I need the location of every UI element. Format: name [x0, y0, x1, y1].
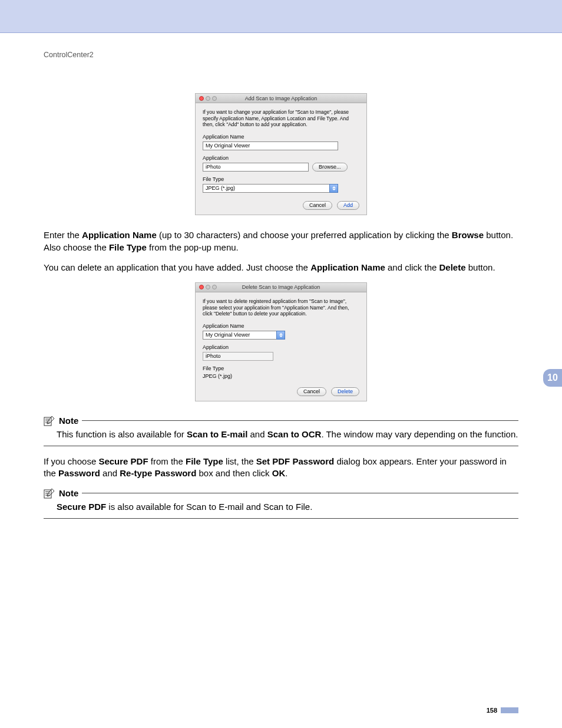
note-label: Note — [59, 416, 78, 426]
note-2-body: Secure PDF is also available for Scan to… — [44, 501, 518, 513]
page-footer: 158 — [0, 707, 562, 714]
appname-input[interactable] — [203, 141, 338, 150]
filetype-value: JPEG (*.jpg) — [203, 184, 338, 193]
appname-select[interactable]: My Original Viewer — [203, 331, 285, 340]
note-end-rule — [44, 446, 518, 446]
application-input[interactable] — [203, 163, 309, 172]
note-label: Note — [59, 488, 78, 498]
add-button[interactable]: Add — [337, 201, 359, 210]
minimize-icon — [206, 285, 210, 289]
note-end-rule — [44, 518, 518, 519]
breadcrumb: ControlCenter2 — [44, 51, 518, 59]
note-rule — [82, 493, 518, 493]
minimize-icon — [206, 96, 210, 101]
note-icon — [44, 416, 55, 426]
delete-button[interactable]: Delete — [331, 387, 359, 396]
add-dialog: Add Scan to Image Application If you wan… — [195, 93, 367, 215]
add-dialog-title: Add Scan to Image Application — [196, 95, 366, 101]
chapter-tab: 10 — [543, 369, 562, 387]
note-1-body: This function is also available for Scan… — [44, 429, 518, 441]
zoom-icon — [212, 285, 217, 289]
application-label: Application — [203, 155, 359, 161]
browse-button[interactable]: Browse... — [312, 163, 348, 172]
chevron-down-icon — [276, 331, 285, 340]
filetype-readonly: JPEG (*.jpg) — [203, 373, 359, 379]
appname-label: Application Name — [203, 134, 359, 140]
delete-dialog-description: If you want to delete registered applica… — [203, 298, 359, 317]
filetype-label: File Type — [203, 365, 359, 371]
delete-dialog-titlebar: Delete Scan to Image Application — [196, 283, 366, 292]
note-block-2: Note Secure PDF is also available for Sc… — [44, 488, 518, 519]
filetype-label: File Type — [203, 176, 359, 182]
paragraph-3: If you choose Secure PDF from the File T… — [44, 456, 518, 480]
cancel-button[interactable]: Cancel — [297, 387, 326, 396]
application-readonly — [203, 352, 273, 361]
page-number-bar — [501, 707, 518, 713]
paragraph-2: You can delete an application that you h… — [44, 262, 518, 274]
appname-value: My Original Viewer — [203, 331, 285, 340]
application-label: Application — [203, 344, 359, 350]
add-dialog-description: If you want to change your application f… — [203, 109, 359, 128]
filetype-select[interactable]: JPEG (*.jpg) — [203, 184, 338, 193]
delete-dialog-title: Delete Scan to Image Application — [196, 284, 366, 290]
zoom-icon — [212, 96, 217, 101]
appname-label: Application Name — [203, 323, 359, 329]
note-icon — [44, 488, 55, 499]
delete-dialog: Delete Scan to Image Application If you … — [195, 282, 367, 401]
paragraph-1: Enter the Application Name (up to 30 cha… — [44, 229, 518, 253]
close-icon[interactable] — [199, 285, 204, 289]
chevron-down-icon — [329, 184, 338, 193]
close-icon[interactable] — [199, 96, 204, 101]
note-block-1: Note This function is also available for… — [44, 416, 518, 446]
add-dialog-titlebar: Add Scan to Image Application — [196, 94, 366, 103]
top-header-bar — [0, 0, 562, 33]
page-number: 158 — [487, 707, 497, 714]
cancel-button[interactable]: Cancel — [303, 201, 332, 210]
note-rule — [82, 420, 518, 421]
